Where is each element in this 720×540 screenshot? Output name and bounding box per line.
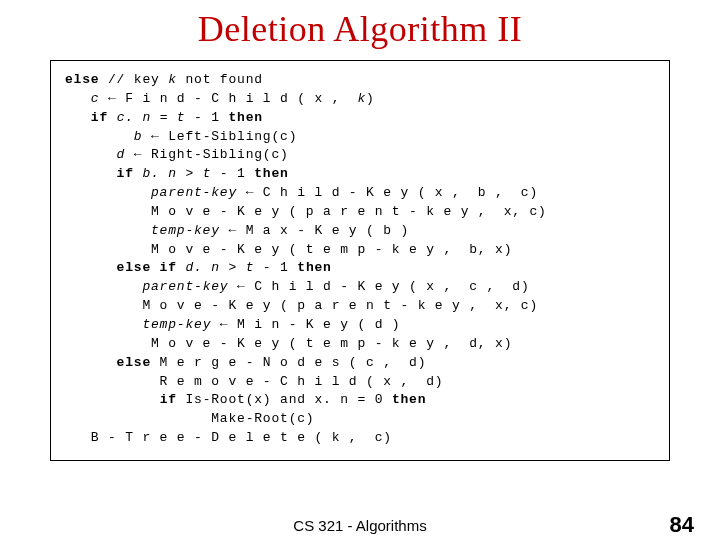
var-k: k [357, 91, 366, 106]
code-line: M o v e - K e y ( p a r e n t - k e y , … [65, 298, 538, 313]
code-text: - 1 [185, 110, 228, 125]
var-t: t [203, 166, 212, 181]
code-line: R e m o v e - C h i l d ( x , d) [65, 374, 443, 389]
indent [65, 355, 117, 370]
indent [65, 223, 151, 238]
code-text: ← C h i l d - K e y ( x , b , c) [237, 185, 538, 200]
code-text: ← Left-Sibling(c) [142, 129, 297, 144]
kw-then: then [297, 260, 331, 275]
kw-if: if [117, 166, 134, 181]
kw-if: if [160, 392, 177, 407]
var-parentkey: parent-key [151, 185, 237, 200]
code-text: ← F i n d - C h i l d ( x , [99, 91, 357, 106]
code-text: - 1 [254, 260, 297, 275]
var-bn: b. n [142, 166, 176, 181]
var-dn: d. n [185, 260, 219, 275]
indent [65, 129, 134, 144]
indent [65, 166, 117, 181]
var-t: t [246, 260, 255, 275]
indent [65, 110, 91, 125]
kw-if: if [91, 110, 108, 125]
var-d: d [117, 147, 126, 162]
code-line: M o v e - K e y ( t e m p - k e y , d, x… [65, 336, 512, 351]
var-parentkey: parent-key [142, 279, 228, 294]
indent [65, 185, 151, 200]
code-text: ← Right-Sibling(c) [125, 147, 288, 162]
sp [108, 110, 117, 125]
code-text: ← M i n - K e y ( d ) [211, 317, 400, 332]
indent [65, 317, 142, 332]
kw-else: else [117, 355, 151, 370]
comment-text-2: not found [177, 72, 263, 87]
slide-title: Deletion Algorithm II [0, 8, 720, 50]
footer-text: CS 321 - Algorithms [0, 517, 720, 534]
comment-text: // key [99, 72, 168, 87]
code-line: M o v e - K e y ( t e m p - k e y , b, x… [65, 242, 512, 257]
slide: Deletion Algorithm II else // key k not … [0, 8, 720, 540]
code-text: ) [366, 91, 375, 106]
var-tempkey: temp-key [151, 223, 220, 238]
code-text: > [220, 260, 246, 275]
code-text: M e r g e - N o d e s ( c , d) [151, 355, 426, 370]
kw-then: then [392, 392, 426, 407]
indent [65, 260, 117, 275]
code-line: Make-Root(c) [65, 411, 314, 426]
kw-elseif: else if [117, 260, 177, 275]
var-tempkey: temp-key [142, 317, 211, 332]
code-text: = [151, 110, 177, 125]
code-text: - 1 [211, 166, 254, 181]
kw-then: then [228, 110, 262, 125]
kw-else: else [65, 72, 99, 87]
code-text: Is-Root(x) and x. n = 0 [177, 392, 392, 407]
code-box: else // key k not found c ← F i n d - C … [50, 60, 670, 461]
var-k: k [168, 72, 177, 87]
code-text: > [177, 166, 203, 181]
code-line: M o v e - K e y ( p a r e n t - k e y , … [65, 204, 547, 219]
code-line: B - T r e e - D e l e t e ( k , c) [65, 430, 392, 445]
indent [65, 91, 91, 106]
page-number: 84 [670, 512, 694, 538]
kw-then: then [254, 166, 288, 181]
indent [65, 392, 160, 407]
code-text: ← C h i l d - K e y ( x , c , d) [228, 279, 529, 294]
code-text: ← M a x - K e y ( b ) [220, 223, 409, 238]
indent [65, 279, 142, 294]
indent [65, 147, 117, 162]
var-cn: c. n [117, 110, 151, 125]
